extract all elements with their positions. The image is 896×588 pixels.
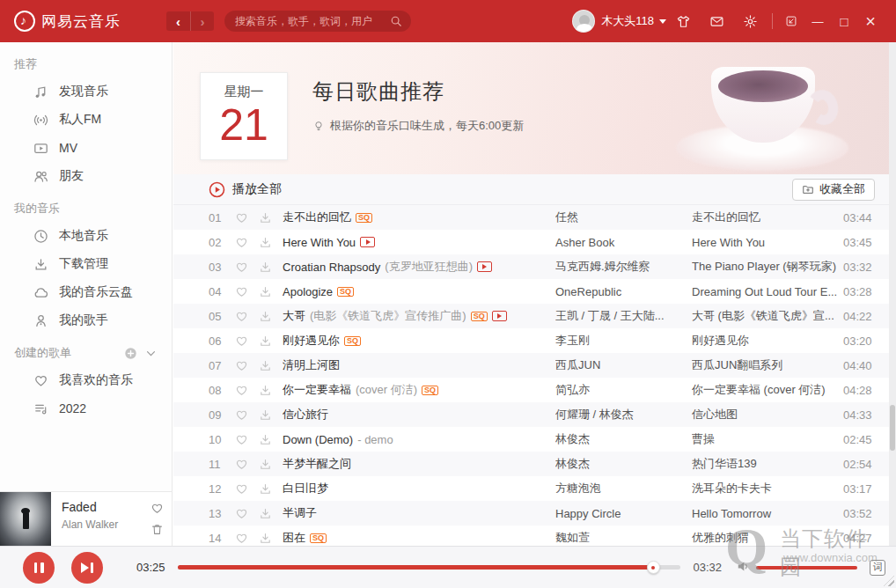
download-icon[interactable] bbox=[259, 310, 283, 323]
like-icon[interactable] bbox=[235, 532, 259, 545]
minimize-button[interactable] bbox=[804, 9, 831, 33]
song-album[interactable]: 优雅的刺猬 bbox=[692, 530, 843, 546]
avatar[interactable] bbox=[572, 10, 595, 33]
sidebar-item[interactable]: 我的音乐云盘 bbox=[0, 278, 172, 306]
app-logo[interactable]: 网易云音乐 bbox=[14, 11, 121, 32]
download-icon[interactable] bbox=[259, 532, 283, 545]
download-icon[interactable] bbox=[259, 236, 283, 249]
like-icon[interactable] bbox=[235, 482, 259, 496]
progress-handle[interactable] bbox=[647, 561, 660, 574]
download-icon[interactable] bbox=[259, 458, 283, 471]
song-artist[interactable]: 何耀珊 / 林俊杰 bbox=[555, 407, 692, 423]
song-album[interactable]: 曹操 bbox=[692, 431, 843, 447]
mv-badge[interactable] bbox=[360, 237, 375, 247]
download-icon[interactable] bbox=[259, 261, 283, 274]
sidebar-item[interactable]: 我喜欢的音乐 bbox=[0, 366, 172, 394]
search-box[interactable] bbox=[224, 11, 411, 32]
sidebar-item[interactable]: MV bbox=[0, 134, 172, 162]
table-row[interactable]: 03 Croatian Rhapsody (克罗地亚狂想曲) 马克西姆.姆尔维察… bbox=[173, 254, 896, 279]
scrollbar-thumb[interactable] bbox=[890, 405, 895, 451]
table-row[interactable]: 08 你一定要幸福 (cover 何洁) SQ 简弘亦 你一定要幸福 (cove… bbox=[173, 378, 896, 402]
scrollbar-track[interactable] bbox=[889, 42, 896, 546]
song-artist[interactable]: 林俊杰 bbox=[555, 456, 692, 472]
next-track-button[interactable] bbox=[71, 552, 103, 584]
now-playing-title[interactable]: Faded bbox=[62, 500, 142, 514]
table-row[interactable]: 12 白日旧梦 方糖泡泡 洗耳朵的卡夫卡 03:17 bbox=[173, 476, 896, 501]
like-icon[interactable] bbox=[235, 211, 259, 224]
song-artist[interactable]: 方糖泡泡 bbox=[555, 481, 692, 496]
search-input[interactable] bbox=[233, 14, 390, 28]
back-button[interactable] bbox=[166, 11, 190, 31]
song-artist[interactable]: 西瓜JUN bbox=[555, 357, 692, 373]
mini-mode-button[interactable] bbox=[778, 9, 804, 33]
song-album[interactable]: 西瓜JUN翻唱系列 bbox=[692, 357, 843, 373]
like-icon[interactable] bbox=[235, 384, 259, 397]
download-icon[interactable] bbox=[259, 334, 283, 348]
song-album[interactable]: 热门华语139 bbox=[692, 456, 843, 472]
heart-icon[interactable] bbox=[151, 502, 164, 515]
table-row[interactable]: 06 刚好遇见你 SQ 李玉刚 刚好遇见你 03:20 bbox=[173, 328, 896, 353]
table-row[interactable]: 09 信心旅行 何耀珊 / 林俊杰 信心地图 04:33 bbox=[173, 402, 896, 427]
table-row[interactable]: 13 半调子 Happy Circle Hello Tomorrow 03:52 bbox=[173, 501, 896, 526]
song-artist[interactable]: OneRepublic bbox=[555, 285, 692, 298]
download-icon[interactable] bbox=[259, 384, 283, 397]
table-row[interactable]: 07 清明上河图 西瓜JUN 西瓜JUN翻唱系列 04:40 bbox=[173, 353, 896, 378]
messages-button[interactable] bbox=[700, 9, 733, 33]
download-icon[interactable] bbox=[259, 433, 283, 446]
table-row[interactable]: 01 走不出的回忆 SQ 任然 走不出的回忆 03:44 bbox=[173, 205, 896, 230]
like-icon[interactable] bbox=[235, 236, 259, 249]
song-artist[interactable]: 简弘亦 bbox=[555, 382, 692, 398]
song-album[interactable]: Hello Tomorrow bbox=[692, 507, 843, 520]
like-icon[interactable] bbox=[235, 507, 259, 520]
chevron-down-icon[interactable] bbox=[144, 347, 158, 360]
like-icon[interactable] bbox=[235, 433, 259, 446]
song-artist[interactable]: 王凯 / 丁晟 / 王大陆... bbox=[555, 308, 692, 324]
lyrics-button[interactable]: 词 bbox=[870, 560, 885, 576]
username[interactable]: 木大头118 bbox=[601, 13, 666, 29]
song-album[interactable]: 你一定要幸福 (cover 何洁) bbox=[692, 382, 843, 398]
progress-bar[interactable] bbox=[178, 565, 681, 570]
download-icon[interactable] bbox=[259, 285, 283, 298]
song-artist[interactable]: 马克西姆.姆尔维察 bbox=[555, 259, 692, 275]
pause-button[interactable] bbox=[23, 552, 55, 584]
song-artist[interactable]: 魏如萱 bbox=[555, 530, 692, 546]
like-icon[interactable] bbox=[235, 261, 259, 274]
like-icon[interactable] bbox=[235, 310, 259, 323]
download-icon[interactable] bbox=[259, 408, 283, 422]
mv-badge[interactable] bbox=[477, 261, 492, 272]
download-icon[interactable] bbox=[259, 211, 283, 224]
sidebar-item[interactable]: 下载管理 bbox=[0, 250, 172, 278]
sidebar-item[interactable]: 本地音乐 bbox=[0, 222, 172, 250]
now-playing-artist[interactable]: Alan Walker bbox=[62, 518, 142, 531]
song-artist[interactable]: 林俊杰 bbox=[555, 431, 692, 447]
sidebar-item[interactable]: 私人FM bbox=[0, 106, 172, 134]
table-row[interactable]: 02 Here With You Asher Book Here With Yo… bbox=[173, 230, 896, 254]
download-icon[interactable] bbox=[259, 482, 283, 496]
download-icon[interactable] bbox=[259, 359, 283, 372]
table-row[interactable]: 05 大哥 (电影《铁道飞虎》宣传推广曲) SQ 王凯 / 丁晟 / 王大陆..… bbox=[173, 304, 896, 328]
table-row[interactable]: 11 半梦半醒之间 林俊杰 热门华语139 02:54 bbox=[173, 452, 896, 476]
song-album[interactable]: Dreaming Out Loud Tour E... bbox=[692, 285, 843, 298]
like-icon[interactable] bbox=[235, 359, 259, 372]
play-all-button[interactable]: 播放全部 bbox=[209, 181, 282, 198]
sidebar-item[interactable]: 发现音乐 bbox=[0, 77, 172, 106]
like-icon[interactable] bbox=[235, 285, 259, 298]
close-button[interactable] bbox=[857, 9, 884, 33]
settings-button[interactable] bbox=[733, 9, 767, 33]
song-album[interactable]: 刚好遇见你 bbox=[692, 333, 843, 349]
song-artist[interactable]: Asher Book bbox=[555, 236, 692, 249]
song-album[interactable]: 走不出的回忆 bbox=[692, 209, 843, 225]
sidebar-item[interactable]: 我的歌手 bbox=[0, 306, 172, 334]
sidebar-item[interactable]: 2022 bbox=[0, 394, 172, 423]
album-art[interactable] bbox=[0, 492, 51, 546]
song-artist[interactable]: 任然 bbox=[555, 209, 692, 225]
download-icon[interactable] bbox=[259, 507, 283, 520]
search-icon[interactable] bbox=[390, 15, 402, 27]
now-playing-card[interactable]: Faded Alan Walker bbox=[0, 491, 172, 546]
song-artist[interactable]: Happy Circle bbox=[555, 507, 692, 520]
song-album[interactable]: 信心地图 bbox=[692, 407, 843, 423]
like-icon[interactable] bbox=[235, 334, 259, 348]
mv-badge[interactable] bbox=[492, 311, 507, 321]
table-row[interactable]: 10 Down (Demo) - demo 林俊杰 曹操 02:45 bbox=[173, 427, 896, 452]
song-artist[interactable]: 李玉刚 bbox=[555, 333, 692, 349]
